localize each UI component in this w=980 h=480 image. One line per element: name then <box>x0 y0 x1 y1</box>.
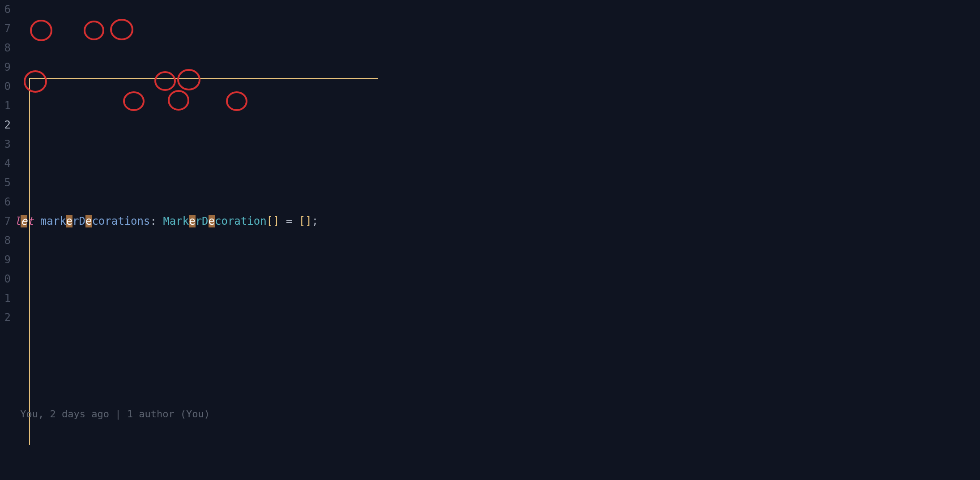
svg-point-0 <box>31 21 51 40</box>
svg-point-2 <box>111 20 132 39</box>
line-number <box>0 327 11 347</box>
line-number: 1 <box>0 96 11 116</box>
codelens-text[interactable]: You, 2 days ago | 1 author (You) <box>20 408 210 420</box>
line-number: 1 <box>0 289 11 308</box>
annotation-circle <box>81 19 106 42</box>
indent-guide-top <box>29 78 378 79</box>
line-number: 9 <box>0 250 11 270</box>
line-number: 4 <box>0 154 11 173</box>
code-line[interactable]: let markerDecorations: MarkerDecoration[… <box>14 212 980 231</box>
svg-point-1 <box>85 21 103 39</box>
annotation-circle <box>108 17 135 42</box>
line-number: 3 <box>0 135 11 154</box>
svg-point-8 <box>178 70 200 90</box>
codelens[interactable]: You, 2 days ago | 1 author (You) <box>14 404 980 424</box>
gutter: 6 7 8 9 0 1 2 3 4 5 6 7 8 9 0 1 2 <box>0 0 14 480</box>
code-area[interactable]: let markerDecorations: MarkerDecoration[… <box>14 0 980 480</box>
line-number: 0 <box>0 270 11 289</box>
line-number: 2 <box>0 116 11 135</box>
code-line[interactable] <box>14 116 980 135</box>
line-number: 7 <box>0 212 11 231</box>
line-number: 6 <box>0 0 11 19</box>
svg-point-6 <box>227 92 247 110</box>
annotation-circle <box>122 90 146 113</box>
line-number: 6 <box>0 193 11 212</box>
annotation-circle <box>28 18 55 43</box>
line-number: 0 <box>0 77 11 96</box>
line-number: 8 <box>0 39 11 58</box>
line-number: 5 <box>0 173 11 193</box>
line-number: 9 <box>0 58 11 77</box>
annotation-circle <box>225 90 249 113</box>
line-number: 8 <box>0 231 11 250</box>
svg-point-3 <box>25 71 46 92</box>
svg-point-4 <box>124 92 144 110</box>
line-number: 7 <box>0 19 11 39</box>
annotation-circle <box>22 69 48 94</box>
svg-point-5 <box>169 91 188 110</box>
line-number: 2 <box>0 308 11 327</box>
code-editor[interactable]: 6 7 8 9 0 1 2 3 4 5 6 7 8 9 0 1 2 let ma… <box>0 0 980 480</box>
annotation-circle <box>153 69 178 93</box>
svg-point-7 <box>155 72 175 90</box>
annotation-circle <box>175 67 202 92</box>
code-line[interactable] <box>14 308 980 327</box>
